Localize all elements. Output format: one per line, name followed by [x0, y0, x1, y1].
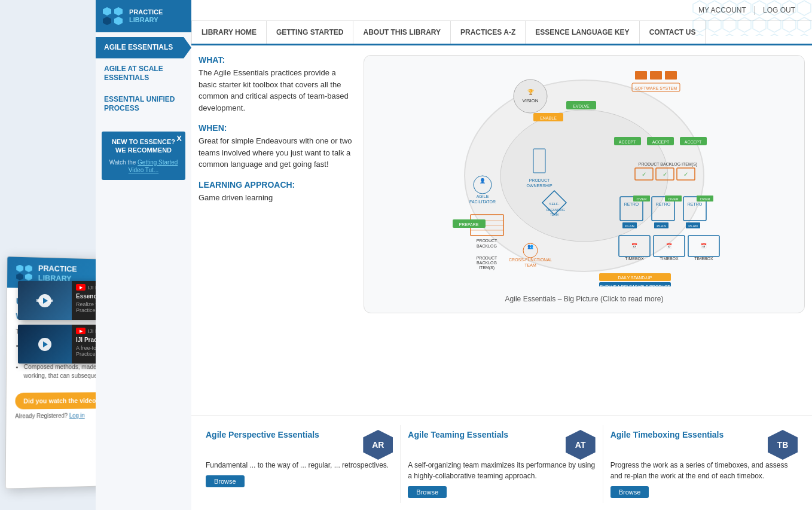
new-to-essence-body: Watch the Getting Started Video Tut...	[106, 158, 181, 174]
svg-text:OVER: OVER	[636, 197, 647, 201]
top-bar: MY ACCOUNT | LOG OUT	[191, 0, 812, 21]
learning-label: LEARNING APPROACH:	[199, 180, 354, 190]
svg-text:PLAN: PLAN	[625, 224, 634, 228]
sidebar-nav: AGILE ESSENTIALS AGILE AT SCALE ESSENTIA…	[96, 32, 191, 124]
essential-text-2: A self-organizing team maximizes its per…	[408, 460, 595, 481]
svg-text:OVER: OVER	[668, 197, 679, 201]
diagram-panel[interactable]: 🏆 VISION ENABLE SOFTWARE SYSTEM EVOLVE	[364, 55, 805, 313]
svg-text:👤: 👤	[480, 178, 486, 184]
new-to-essence-title: NEW TO ESSENCE? WE RECOMMEND	[106, 138, 181, 155]
svg-text:📅: 📅	[666, 243, 672, 249]
browse-button-2[interactable]: Browse	[408, 486, 447, 498]
svg-text:📅: 📅	[701, 243, 707, 249]
main-content-area: WHAT: The Agile Essentials practices pro…	[191, 45, 812, 323]
sidebar: PRACTICELIBRARY AGILE ESSENTIALS AGILE A…	[96, 0, 191, 510]
svg-text:BACKLOG: BACKLOG	[477, 244, 497, 248]
essential-card-2: Agile Teaming Essentials AT A self-organ…	[401, 425, 603, 503]
what-label: WHAT:	[199, 55, 354, 65]
video-thumb-1: Essence	[18, 281, 72, 320]
svg-text:RETRO: RETRO	[688, 202, 703, 206]
essential-badge-1: AR	[363, 430, 393, 460]
nav-getting-started[interactable]: GETTING STARTED	[267, 21, 353, 44]
svg-text:✓: ✓	[642, 171, 646, 178]
getting-started-link[interactable]: Getting Started Video Tut...	[129, 159, 178, 173]
essential-title-3: Agile Timeboxing Essentials	[610, 430, 724, 439]
close-button[interactable]: X	[176, 134, 182, 144]
svg-text:DAILY STAND-UP: DAILY STAND-UP	[618, 276, 652, 280]
svg-text:PLAN: PLAN	[688, 224, 698, 228]
svg-text:SELF-: SELF-	[549, 202, 559, 206]
svg-text:PLAN: PLAN	[657, 224, 666, 228]
nav-library-home[interactable]: LIBRARY HOME	[191, 21, 267, 44]
when-text: Great for simple Endeavours with one or …	[199, 135, 354, 170]
svg-text:RETRO: RETRO	[624, 202, 639, 206]
essential-title-1: Agile Perspective Essentials	[206, 430, 319, 439]
play-button-1[interactable]	[38, 294, 51, 307]
youtube-icon-1: ▶	[76, 284, 86, 291]
svg-text:RETRO: RETRO	[656, 202, 671, 206]
svg-text:VISION: VISION	[522, 98, 538, 103]
svg-text:PRODUCT: PRODUCT	[529, 178, 550, 182]
essential-card-1: Agile Perspective Essentials AR Fundamen…	[199, 425, 401, 503]
svg-text:TIMEBOX: TIMEBOX	[694, 256, 713, 261]
svg-rect-15	[665, 71, 677, 80]
essentials-row: Agile Perspective Essentials AR Fundamen…	[191, 415, 812, 510]
svg-text:ACCEPT: ACCEPT	[652, 140, 670, 144]
sidebar-logo-text: PRACTICELIBRARY	[129, 8, 163, 24]
svg-text:AGILE: AGILE	[477, 194, 489, 198]
video-thumb-2	[18, 325, 72, 364]
svg-text:ORGANIZING: ORGANIZING	[546, 208, 565, 212]
sidebar-logo: PRACTICELIBRARY	[96, 0, 191, 32]
svg-text:ACCEPT: ACCEPT	[619, 140, 636, 144]
svg-text:EVOLVE: EVOLVE	[573, 104, 590, 108]
nav-practices-az[interactable]: PRACTICES A-Z	[451, 21, 526, 44]
essential-badge-2: AT	[566, 430, 596, 460]
nav-about-library[interactable]: ABOUT THIS LIBRARY	[353, 21, 451, 44]
essential-title-2: Agile Teaming Essentials	[408, 430, 508, 439]
sidebar-item-agile-at-scale[interactable]: AGILE AT SCALE ESSENTIALS	[96, 59, 191, 89]
svg-text:✓: ✓	[663, 171, 667, 178]
nav-contact-us[interactable]: CONTACT US	[640, 21, 706, 44]
diagram-caption: Agile Essentials – Big Picture (Click to…	[374, 295, 795, 303]
svg-text:PREPARE: PREPARE	[459, 222, 479, 227]
my-account-link[interactable]: MY ACCOUNT	[691, 6, 753, 14]
browse-button-1[interactable]: Browse	[206, 475, 245, 487]
learning-text: Game driven learning	[199, 192, 354, 204]
left-text-panel: WHAT: The Agile Essentials practices pro…	[199, 55, 354, 313]
svg-text:👥: 👥	[527, 243, 533, 249]
svg-text:OWNERSHIP: OWNERSHIP	[526, 184, 552, 188]
sidebar-item-agile-essentials[interactable]: AGILE ESSENTIALS	[96, 37, 191, 59]
play-button-2[interactable]	[38, 338, 51, 351]
what-text: The Agile Essentials practices provide a…	[199, 67, 354, 114]
svg-rect-14	[650, 71, 662, 80]
main-page: PRACTICELIBRARY AGILE ESSENTIALS AGILE A…	[96, 0, 812, 510]
svg-text:TIMEBOX: TIMEBOX	[625, 256, 644, 261]
essential-badge-3: TB	[768, 430, 798, 460]
svg-text:EVOLVE A RELEASABLE PRODUCT: EVOLVE A RELEASABLE PRODUCT	[600, 285, 670, 286]
log-out-link[interactable]: LOG OUT	[756, 6, 802, 14]
sidebar-item-essential-unified[interactable]: ESSENTIAL UNIFIED PROCESS	[96, 89, 191, 120]
svg-point-6	[514, 80, 547, 113]
svg-text:OVER: OVER	[700, 197, 710, 201]
svg-text:PRODUCT: PRODUCT	[477, 239, 497, 243]
svg-text:🏆: 🏆	[527, 88, 535, 96]
essential-card-3: Agile Timeboxing Essentials TB Progress …	[603, 425, 805, 503]
nav-bar: LIBRARY HOME GETTING STARTED ABOUT THIS …	[191, 21, 812, 45]
youtube-icon-2: ▶	[76, 328, 86, 334]
svg-text:SOFTWARE SYSTEM: SOFTWARE SYSTEM	[635, 86, 677, 90]
essential-text-3: Progress the work as a series of timebox…	[610, 460, 798, 481]
login-link[interactable]: Log in	[69, 413, 85, 419]
when-label: WHEN:	[199, 123, 354, 133]
svg-text:ACCEPT: ACCEPT	[685, 140, 702, 144]
svg-text:📅: 📅	[631, 243, 637, 249]
nav-essence-key[interactable]: ESSENCE LANGUAGE KEY	[526, 21, 639, 44]
browse-button-3[interactable]: Browse	[610, 486, 649, 498]
svg-text:TEAM: TEAM	[550, 213, 558, 216]
svg-text:✓: ✓	[683, 171, 688, 178]
new-to-essence-box: X NEW TO ESSENCE? WE RECOMMEND Watch the…	[102, 132, 185, 180]
svg-text:PRODUCT BACKLOG ITEM(S): PRODUCT BACKLOG ITEM(S)	[639, 162, 697, 167]
svg-text:PRODUCT: PRODUCT	[477, 256, 497, 260]
svg-text:TEAM: TEAM	[524, 263, 536, 267]
svg-text:CROSS-FUNCTIONAL: CROSS-FUNCTIONAL	[509, 258, 552, 262]
svg-rect-13	[635, 71, 647, 80]
